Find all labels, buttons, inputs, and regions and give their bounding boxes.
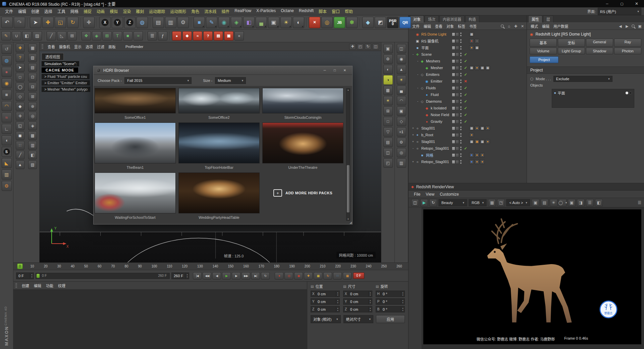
magnet-tool[interactable]: ∪: [12, 31, 21, 41]
object-name[interactable]: Fluids: [426, 86, 436, 90]
enabled-state-icon[interactable]: ✓: [463, 146, 468, 151]
next-frame-button[interactable]: ▶: [232, 272, 240, 280]
manager-tab[interactable]: 场次: [425, 15, 439, 22]
menu-item[interactable]: 捕捉: [81, 7, 94, 15]
mograph-cloner-menu[interactable]: ❖: [82, 31, 91, 41]
add-environment-menu[interactable]: ▄: [256, 17, 267, 28]
enabled-state-icon[interactable]: ✓: [463, 99, 468, 104]
vp-safe-frame-icon[interactable]: □: [383, 117, 393, 126]
vp-wireframe-icon[interactable]: ▩: [383, 86, 393, 95]
palette-move-icon[interactable]: ✚: [16, 44, 24, 52]
close-icon[interactable]: ✕: [520, 24, 525, 29]
renderview-menu-icon[interactable]: ☰: [638, 200, 641, 205]
keyframe-selection-button[interactable]: ◉: [294, 272, 303, 280]
object-row[interactable]: + ○ Stag001 ▦●▦●: [409, 125, 527, 132]
objects-list-item[interactable]: ■ 平面: [553, 90, 633, 96]
add-icon[interactable]: ✚: [513, 24, 518, 29]
mograph-text-menu[interactable]: T: [113, 31, 122, 41]
mode-lock-icon[interactable]: ▥: [28, 141, 37, 150]
prev-frame-button[interactable]: ◀: [212, 272, 221, 280]
stepper-icon[interactable]: [368, 299, 372, 304]
render-active-view-button[interactable]: ▤: [153, 17, 164, 28]
stepper-icon[interactable]: [336, 299, 339, 304]
layer-box-icon[interactable]: [452, 140, 459, 143]
tag-icon[interactable]: ●: [475, 126, 479, 131]
layer-box-icon[interactable]: [452, 160, 459, 163]
visibility-dots-icon[interactable]: [460, 86, 462, 91]
object-menu-item[interactable]: 查看: [433, 23, 444, 30]
layer-box-icon[interactable]: [452, 107, 459, 110]
hdri-scrollbar[interactable]: [346, 88, 350, 221]
object-name[interactable]: Emitter: [431, 79, 442, 83]
vp2-floor-icon[interactable]: ▄: [397, 86, 406, 95]
tag-icon[interactable]: ●: [469, 45, 474, 50]
tag-icon[interactable]: ▦: [469, 32, 474, 37]
vp-shading-icon[interactable]: ◑: [383, 75, 393, 85]
menu-item[interactable]: 工具: [55, 7, 68, 15]
vp2-stage-icon[interactable]: ◇: [397, 117, 406, 126]
tag-icon[interactable]: ▣: [475, 139, 479, 144]
dock-browser-icon[interactable]: ◍: [2, 55, 12, 65]
keyframe-grid-button[interactable]: ▦: [343, 272, 352, 280]
viewport-menu-item[interactable]: 选项: [84, 43, 95, 50]
object-name[interactable]: Stag001: [421, 126, 435, 130]
dock-mouse-icon[interactable]: ◖: [2, 135, 12, 145]
stepper-icon[interactable]: [336, 306, 339, 312]
scale-tool[interactable]: ◱: [55, 17, 66, 28]
palette-poly-select-icon[interactable]: ◇: [16, 92, 24, 101]
record-rotation-toggle[interactable]: ↻: [323, 272, 332, 280]
menu-item[interactable]: 角色: [189, 7, 202, 15]
start-ipr-button[interactable]: ▶: [420, 199, 428, 206]
tag-icon[interactable]: ●: [485, 126, 490, 131]
tag-icon[interactable]: ■: [469, 153, 474, 157]
manager-tab[interactable]: 构造: [465, 15, 479, 22]
stepper-icon[interactable]: [336, 291, 339, 297]
record-scale-toggle[interactable]: ▦: [314, 272, 322, 280]
tag-icon[interactable]: ●: [475, 153, 479, 157]
xp-camera-button[interactable]: ▣: [224, 31, 233, 41]
layer-box-icon[interactable]: [452, 46, 459, 49]
object-row[interactable]: ■ 平面 ●▦: [409, 44, 527, 51]
object-row[interactable]: - ◇ Fluids ✓: [409, 85, 527, 91]
object-row[interactable]: - ❖ Scene ✓: [409, 51, 527, 58]
dock-arc-icon[interactable]: ◠: [2, 101, 12, 111]
object-row[interactable]: ● Fluid ✓: [409, 91, 527, 98]
attribute-tab-button[interactable]: Photon: [614, 48, 641, 54]
xp-emitter-button[interactable]: ●: [172, 31, 181, 41]
add-camera-menu[interactable]: ▣: [268, 17, 279, 28]
coordinate-field[interactable]: Z 0 cm: [343, 306, 372, 312]
manager-tab[interactable]: 内容浏览器: [439, 15, 465, 22]
vp2-spheres-icon[interactable]: ◉: [397, 54, 406, 64]
tag-icon[interactable]: ▦: [469, 65, 474, 70]
object-name[interactable]: RS Dome Light: [421, 32, 446, 36]
object-row[interactable]: - ◇ Daemons ✓: [409, 98, 527, 105]
undo-icon[interactable]: ↶: [1, 17, 13, 28]
manager-tab[interactable]: 层: [543, 15, 553, 22]
object-row[interactable]: - ◆ Meshers ✓: [409, 58, 527, 64]
play-button[interactable]: ▶: [222, 272, 231, 280]
record-position-toggle[interactable]: ✚: [304, 272, 313, 280]
mograph-fracture-menu[interactable]: ◈: [92, 31, 101, 41]
coordinate-mode-dropdown[interactable]: 对象 (相对): [311, 315, 341, 323]
hdri-item[interactable]: SomeOffice1: [95, 88, 176, 119]
start-frame-field[interactable]: 0 F: [16, 272, 34, 279]
menu-item[interactable]: 窗口: [329, 7, 342, 15]
hdri-item[interactable]: SomeOffice2: [178, 88, 260, 119]
beauty-dropdown[interactable]: Beauty: [438, 199, 467, 206]
mode-grid-icon[interactable]: ▩: [28, 131, 37, 140]
region-dropdown[interactable]: ◯: [559, 199, 567, 206]
object-menu-item[interactable]: 编辑: [422, 23, 433, 30]
tag-icon[interactable]: ■: [469, 159, 474, 164]
tag-icon[interactable]: ▪: [475, 39, 479, 43]
object-name[interactable]: Gravity: [431, 119, 442, 123]
object-menu-item[interactable]: 对象: [444, 23, 456, 30]
viewport-menu-prorender[interactable]: ProRender: [123, 44, 145, 50]
expand-toggle[interactable]: -: [416, 59, 420, 63]
last-used-tool[interactable]: ✚: [83, 17, 95, 28]
vp-stereo-icon[interactable]: ◫: [383, 148, 393, 157]
record-parameter-toggle[interactable]: ∷: [333, 272, 342, 280]
xp-cache-button[interactable]: ▤: [214, 31, 223, 41]
enabled-state-icon[interactable]: ✓: [463, 59, 468, 63]
expand-toggle[interactable]: +: [411, 133, 415, 137]
add-modeling-menu[interactable]: ◈: [231, 17, 242, 28]
